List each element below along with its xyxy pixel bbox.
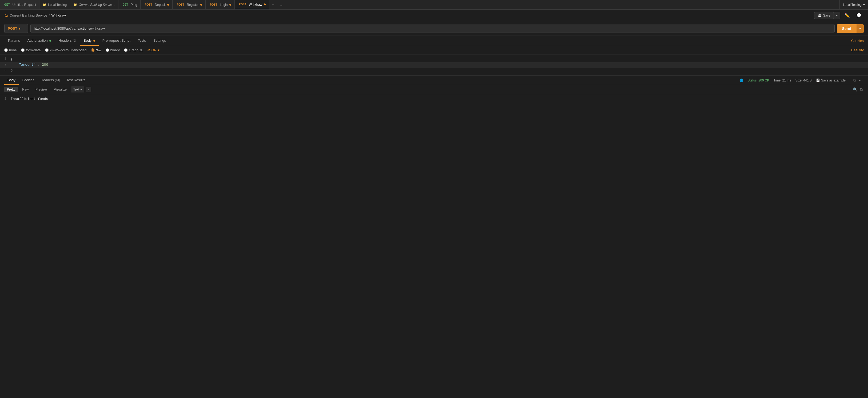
code-editor-content[interactable]: 1 { 2 "amount" : 200 3 }	[0, 55, 868, 75]
close-brace: }	[11, 68, 13, 73]
resp-search-button[interactable]: 🔍	[853, 87, 857, 92]
send-chevron-icon: ▾	[859, 26, 861, 30]
resp-tab-body[interactable]: Body	[4, 76, 19, 85]
resp-wrap-button[interactable]: ≡	[86, 87, 91, 92]
code-content-2: "amount" : 200	[11, 62, 868, 68]
body-type-none-radio[interactable]	[4, 48, 8, 52]
tab-withdraw[interactable]: POST Withdraw	[235, 0, 269, 9]
cookies-link[interactable]: Cookies	[851, 36, 864, 46]
code-line-3: 3 }	[0, 68, 868, 74]
json-type-chevron-icon: ▾	[158, 48, 159, 52]
collection-icon-banking: 📁	[73, 3, 77, 6]
send-dropdown-button[interactable]: ▾	[857, 24, 864, 33]
environment-selector[interactable]: Local Testing ▾	[839, 0, 868, 9]
tab-dot-withdraw	[264, 3, 266, 5]
tab-settings[interactable]: Settings	[150, 36, 169, 46]
resp-tab-test-results[interactable]: Test Results	[63, 76, 89, 85]
body-type-raw[interactable]: raw	[91, 48, 101, 52]
tab-local-testing[interactable]: 📁 Local Testing	[39, 0, 70, 9]
body-type-graphql-label: GraphQL	[129, 48, 143, 52]
tab-params-label: Params	[8, 38, 20, 42]
tab-register[interactable]: POST Register	[173, 0, 206, 9]
tab-label-ping: Ping	[131, 3, 137, 7]
save-icon-2: 💾	[816, 79, 820, 82]
resp-tab-cookies[interactable]: Cookies	[19, 76, 38, 85]
tab-pre-request[interactable]: Pre-request Script	[99, 36, 134, 46]
tab-login[interactable]: POST Login	[206, 0, 235, 9]
tab-tests[interactable]: Tests	[134, 36, 150, 46]
body-type-form-data[interactable]: form-data	[21, 48, 41, 52]
json-value-amount: 200	[42, 63, 48, 67]
body-type-row: none form-data x-www-form-urlencoded raw…	[0, 46, 868, 55]
tab-method-post-login: POST	[209, 3, 218, 6]
save-example-button[interactable]: 💾 Save as example	[816, 79, 846, 82]
body-type-form-data-radio[interactable]	[21, 48, 25, 52]
tab-body[interactable]: Body	[80, 36, 99, 46]
comment-button[interactable]: 💬	[854, 12, 864, 19]
tab-body-dot	[93, 40, 95, 42]
body-type-urlencoded[interactable]: x-www-form-urlencoded	[45, 48, 87, 52]
search-response-button[interactable]: ⋯	[858, 78, 864, 83]
body-type-graphql[interactable]: GraphQL	[124, 48, 143, 52]
body-type-graphql-radio[interactable]	[124, 48, 127, 52]
tab-headers-label: Headers	[58, 38, 71, 42]
breadcrumb-separator: /	[49, 13, 50, 17]
more-tabs-button[interactable]: ⌄	[277, 2, 286, 7]
body-type-raw-label: raw	[96, 48, 101, 52]
url-input[interactable]	[30, 24, 835, 33]
resp-format-visualize[interactable]: Visualize	[51, 87, 69, 92]
edit-button[interactable]: ✏️	[842, 12, 852, 19]
resp-format-preview[interactable]: Preview	[33, 87, 50, 92]
json-type-label: JSON	[147, 48, 157, 52]
resp-tab-headers[interactable]: Headers (14)	[38, 76, 63, 85]
tab-untitled[interactable]: GET Untitled Request	[0, 0, 39, 9]
save-button[interactable]: 💾 Save	[814, 12, 834, 19]
tab-deposit[interactable]: POST Deposit	[141, 0, 173, 9]
beautify-button[interactable]: Beautify	[851, 48, 864, 52]
send-button[interactable]: Send	[837, 24, 857, 33]
add-tab-button[interactable]: +	[269, 2, 277, 7]
resp-actions: ⧉ ⋯	[852, 78, 864, 83]
breadcrumb-collection[interactable]: Current Banking Service	[9, 13, 47, 17]
copy-response-button[interactable]: ⧉	[852, 78, 857, 83]
tab-params[interactable]: Params	[4, 36, 24, 46]
resp-format-pretty[interactable]: Pretty	[4, 87, 18, 92]
breadcrumb: 🗂 Current Banking Service / Withdraw	[4, 13, 66, 18]
resp-copy-button[interactable]: ⧉	[859, 87, 864, 92]
resp-type-selector[interactable]: Text ▾	[71, 87, 84, 92]
tab-authorization-dot	[49, 40, 51, 42]
response-line-1: 1 Insufficient funds	[0, 96, 868, 102]
tab-authorization-label: Authorization	[28, 38, 48, 42]
body-type-binary[interactable]: binary	[105, 48, 120, 52]
tab-label-login: Login	[220, 3, 227, 7]
tab-headers[interactable]: Headers (9)	[55, 36, 80, 46]
collection-icon-local: 📁	[43, 3, 46, 6]
body-type-urlencoded-label: x-www-form-urlencoded	[50, 48, 87, 52]
tab-authorization[interactable]: Authorization	[24, 36, 55, 46]
line-number-1: 1	[0, 57, 11, 62]
line-number-3: 3	[0, 68, 11, 73]
collection-icon: 🗂	[4, 13, 8, 18]
body-type-none[interactable]: none	[4, 48, 17, 52]
response-content-text: Insufficient funds	[11, 96, 868, 102]
env-label: Local Testing	[843, 3, 862, 7]
resp-format-raw[interactable]: Raw	[20, 87, 31, 92]
body-type-binary-radio[interactable]	[105, 48, 109, 52]
save-dropdown-button[interactable]: ▾	[834, 12, 840, 19]
tab-label-register: Register	[187, 3, 199, 7]
request-tabs: Params Authorization Headers (9) Body Pr…	[0, 36, 868, 46]
body-type-form-data-label: form-data	[26, 48, 41, 52]
code-editor[interactable]: 1 { 2 "amount" : 200 3 }	[0, 55, 868, 75]
tab-body-label: Body	[84, 38, 92, 42]
tab-method-post-withdraw: POST	[238, 3, 247, 6]
body-type-raw-radio[interactable]	[91, 48, 94, 52]
tab-label-deposit: Deposit	[155, 3, 166, 7]
line-number-2: 2	[0, 62, 11, 67]
method-selector[interactable]: POST ▾	[4, 24, 28, 33]
json-type-selector[interactable]: JSON ▾	[147, 48, 159, 52]
json-key-amount: "amount"	[19, 63, 35, 67]
tab-pre-request-label: Pre-request Script	[102, 38, 130, 42]
tab-ping[interactable]: GET Ping	[118, 0, 141, 9]
tab-current-banking[interactable]: 📁 Current Banking Servic…	[70, 0, 118, 9]
body-type-urlencoded-radio[interactable]	[45, 48, 49, 52]
